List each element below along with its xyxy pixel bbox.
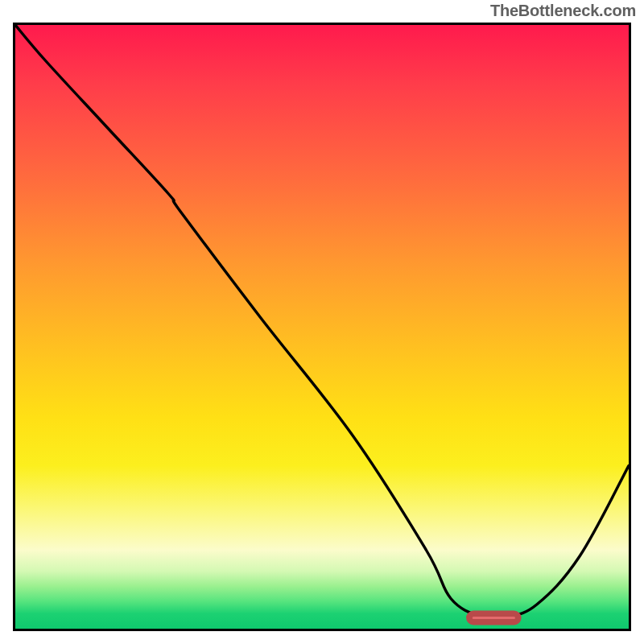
chart-container: TheBottleneck.com [0,0,644,644]
curve-layer [15,25,629,629]
plot-area [13,23,631,631]
watermark-label: TheBottleneck.com [490,2,636,20]
optimum-marker [469,613,518,622]
bottleneck-curve [15,25,629,619]
